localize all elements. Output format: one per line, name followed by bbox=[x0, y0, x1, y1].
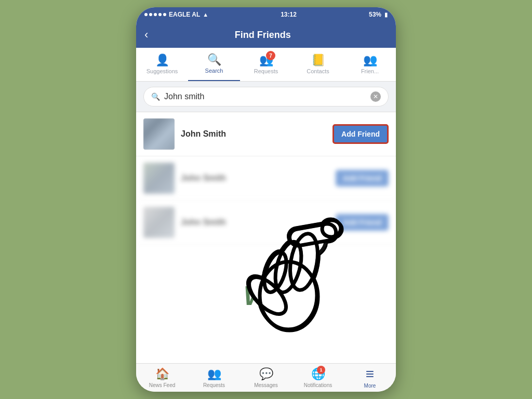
battery-icon: ▮ bbox=[384, 11, 388, 18]
avatar-image-2 bbox=[143, 163, 175, 194]
signal-dots bbox=[144, 13, 166, 16]
bottom-nav-requests[interactable]: 👥 Requests bbox=[188, 364, 240, 392]
results-list: John Smith Add Friend John Smith Add Fri… bbox=[136, 112, 396, 363]
search-box: 🔍 ✕ bbox=[143, 87, 389, 107]
bottom-nav-more[interactable]: ≡ More bbox=[344, 364, 396, 392]
tab-friends[interactable]: 👥 Frien... bbox=[344, 48, 396, 81]
time-label: 13:12 bbox=[281, 11, 297, 18]
svg-point-4 bbox=[243, 271, 292, 321]
messages-icon: 💬 bbox=[259, 367, 273, 381]
back-button[interactable]: ‹ bbox=[144, 28, 148, 42]
more-label: More bbox=[364, 383, 376, 389]
tab-requests-label: Requests bbox=[254, 68, 278, 74]
battery-label: 53% bbox=[369, 11, 381, 18]
requests-badge: 7 bbox=[266, 51, 275, 60]
svg-point-3 bbox=[260, 249, 291, 295]
tab-friends-label: Frien... bbox=[361, 68, 379, 74]
tab-requests[interactable]: 👥 7 Requests bbox=[240, 48, 292, 81]
wifi-icon: ▲ bbox=[203, 11, 208, 18]
result-item-3: John Smith Add Friend bbox=[136, 201, 396, 245]
tabs-bar: 👤 Suggestions 🔍 Search 👥 7 Requests 📒 Co… bbox=[136, 48, 396, 82]
carrier-label: EAGLE AL bbox=[169, 11, 200, 18]
phone-frame: EAGLE AL ▲ 13:12 53% ▮ ‹ Find Friends 👤 … bbox=[136, 7, 396, 392]
result-item-1: John Smith Add Friend bbox=[136, 112, 396, 156]
contacts-icon: 📒 bbox=[311, 55, 325, 66]
news-label: News Feed bbox=[149, 382, 176, 388]
bottom-nav-messages[interactable]: 💬 Messages bbox=[240, 364, 292, 392]
tab-search[interactable]: 🔍 Search bbox=[188, 48, 240, 81]
tab-suggestions-label: Suggestions bbox=[147, 68, 178, 74]
avatar-image-3 bbox=[143, 207, 175, 238]
add-friend-button-2[interactable]: Add Friend bbox=[336, 170, 389, 187]
clear-button[interactable]: ✕ bbox=[370, 91, 381, 102]
avatar-image-1 bbox=[143, 118, 175, 150]
search-tab-icon: 🔍 bbox=[207, 54, 221, 65]
svg-point-11 bbox=[243, 271, 292, 321]
more-icon: ≡ bbox=[366, 367, 374, 381]
notifications-label: Notifications bbox=[304, 382, 332, 388]
bottom-nav: 🏠 News Feed 👥 Requests 💬 Messages 🌐 1 No… bbox=[136, 363, 396, 392]
status-left: EAGLE AL ▲ bbox=[144, 11, 208, 18]
add-friend-button-3[interactable]: Add Friend bbox=[336, 214, 389, 231]
page-title: Find Friends bbox=[153, 30, 372, 41]
requests-bottom-icon: 👥 bbox=[207, 367, 221, 381]
result-item-2: John Smith Add Friend bbox=[136, 156, 396, 201]
suggestions-icon: 👤 bbox=[155, 55, 169, 66]
avatar-3 bbox=[143, 207, 175, 238]
result-name-1: John Smith bbox=[181, 129, 326, 139]
nav-bar: ‹ Find Friends bbox=[136, 22, 396, 48]
svg-point-9 bbox=[271, 239, 306, 295]
clear-icon: ✕ bbox=[373, 93, 378, 100]
friends-icon: 👥 bbox=[363, 55, 377, 66]
tab-search-label: Search bbox=[205, 68, 223, 74]
wh-watermark: WH bbox=[244, 280, 289, 311]
tab-contacts-label: Contacts bbox=[307, 68, 329, 74]
tab-contacts[interactable]: 📒 Contacts bbox=[292, 48, 344, 81]
avatar-2 bbox=[143, 163, 175, 194]
messages-label: Messages bbox=[254, 382, 278, 388]
svg-point-5 bbox=[260, 262, 317, 329]
search-icon: 🔍 bbox=[151, 92, 160, 101]
svg-point-12 bbox=[260, 262, 317, 329]
news-icon: 🏠 bbox=[155, 367, 169, 381]
bottom-nav-news[interactable]: 🏠 News Feed bbox=[136, 364, 188, 392]
bottom-nav-notifications[interactable]: 🌐 1 Notifications bbox=[292, 364, 344, 392]
search-area: 🔍 ✕ bbox=[136, 82, 396, 112]
result-name-2: John Smith bbox=[181, 174, 329, 183]
notifications-badge: 1 bbox=[317, 366, 325, 374]
requests-bottom-label: Requests bbox=[203, 382, 225, 388]
avatar-1 bbox=[143, 118, 175, 150]
search-input[interactable] bbox=[164, 92, 366, 101]
tab-suggestions[interactable]: 👤 Suggestions bbox=[136, 48, 188, 81]
add-friend-button-1[interactable]: Add Friend bbox=[332, 124, 389, 144]
result-name-3: John Smith bbox=[181, 218, 329, 227]
status-right: 53% ▮ bbox=[369, 11, 388, 18]
status-bar: EAGLE AL ▲ 13:12 53% ▮ bbox=[136, 7, 396, 22]
svg-point-10 bbox=[260, 249, 291, 295]
svg-point-2 bbox=[271, 239, 306, 295]
